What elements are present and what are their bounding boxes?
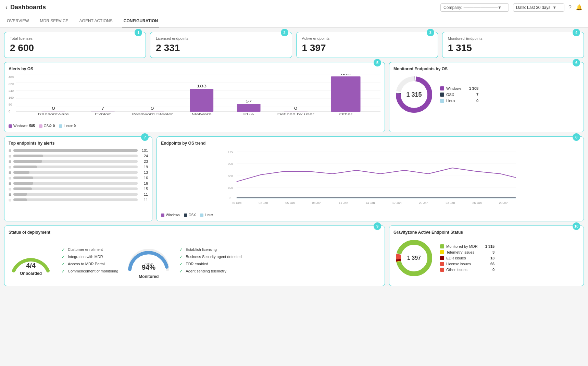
date-dropdown-icon[interactable]: ▼ — [552, 5, 556, 10]
alerts-by-os-title: Alerts by OS — [9, 66, 380, 71]
svg-rect-15 — [190, 89, 213, 112]
gz-legend-monitored: Monitored by MDR 1 315 — [440, 244, 495, 248]
chart-badge-9: 9 — [374, 222, 381, 230]
windows-icon: ⊞ — [9, 171, 11, 174]
chart-badge-8: 8 — [573, 133, 580, 141]
company-selector[interactable]: Company: ────────────── ▼ — [440, 3, 509, 12]
svg-text:0: 0 — [230, 196, 232, 200]
back-arrow-icon[interactable]: ‹ — [5, 4, 8, 11]
svg-text:183: 183 — [197, 84, 207, 88]
chart-badge-7: 7 — [141, 133, 149, 141]
monitored-gauge-svg: Active 94% — [126, 240, 171, 274]
metric-badge-2: 2 — [281, 29, 288, 36]
svg-text:08 Jan: 08 Jan — [312, 201, 322, 205]
chart-badge-5: 5 — [374, 59, 381, 66]
svg-text:1.2k: 1.2k — [228, 150, 234, 154]
bottom-row: 9 Status of deployment 4/4 Onboarded — [4, 225, 584, 286]
gz-legend-edr-issues: EDR issues 13 — [440, 256, 495, 260]
chart-badge-10: 10 — [573, 222, 580, 230]
alerts-by-os-card: 5 Alerts by OS 400320240160800 — [4, 62, 385, 132]
svg-text:17 Jan: 17 Jan — [392, 201, 402, 205]
legend-windows: Windows: 585 — [9, 124, 35, 128]
trend-legend: Windows OSX Linux — [161, 213, 579, 217]
alerts-legend: Windows: 585 OSX: 0 Linux: 0 — [9, 124, 380, 128]
svg-text:4/4: 4/4 — [26, 262, 36, 269]
gz-center-value: 1 397 — [407, 255, 421, 261]
list-item: ⊞ 11 — [9, 192, 148, 196]
list-item: ⊞ 11 — [9, 198, 148, 202]
list-item: ⊞ 101 — [9, 148, 148, 152]
metric-badge-3: 3 — [427, 29, 434, 36]
svg-text:0: 0 — [52, 107, 55, 110]
header-right: Company: ────────────── ▼ Date: Last 30 … — [440, 3, 583, 12]
svg-text:7: 7 — [101, 107, 104, 110]
gz-legend-telemetry: Telemetry issues 3 — [440, 250, 495, 254]
svg-text:30 Dec: 30 Dec — [232, 201, 242, 205]
windows-icon: ⊞ — [9, 198, 11, 202]
svg-text:338: 338 — [341, 74, 351, 76]
middle-row: 7 Top endpoints by alerts ⊞ 101 ⊞ 24 ⊞ 2… — [4, 136, 584, 221]
nav-tabs: OVERVIEW MDR SERVICE AGENT ACTIONS CONFI… — [0, 15, 588, 28]
list-item: ⊞ 15 — [9, 187, 148, 191]
list-item: ⊞ 24 — [9, 154, 148, 158]
svg-text:PUA: PUA — [243, 112, 254, 115]
top-endpoints-title: Top endpoints by alerts — [9, 141, 148, 146]
svg-text:94%: 94% — [142, 264, 155, 271]
svg-text:02 Jan: 02 Jan — [259, 201, 268, 205]
left-checklist: ✓ Customer enrollment ✓ Integration with… — [61, 247, 118, 274]
svg-text:14 Jan: 14 Jan — [366, 201, 375, 205]
bell-icon[interactable]: 🔔 — [576, 4, 583, 11]
trend-chart-svg: 1.2k 900 600 300 0 — [161, 148, 579, 210]
tab-configuration[interactable]: CONFIGURATION — [122, 15, 159, 27]
check-licensing: ✓ Establish licensing — [179, 247, 241, 252]
check-customer-enrollment: ✓ Customer enrollment — [61, 247, 118, 252]
metric-value-3: 1 397 — [302, 42, 432, 53]
endpoints-trend-card: 8 Endpoints by OS trend 1.2k 900 600 300… — [157, 136, 584, 221]
metric-card-licensed: 2 Licensed endpoints 2 331 — [150, 32, 292, 58]
windows-icon: ⊞ — [9, 182, 11, 185]
svg-text:26 Jan: 26 Jan — [473, 201, 482, 205]
tab-mdr-service[interactable]: MDR SERVICE — [38, 15, 70, 27]
svg-rect-18 — [237, 104, 261, 112]
date-selector[interactable]: Date: Last 30 days ▼ — [513, 3, 564, 12]
metric-title-4: Monitored Endpoints — [448, 36, 578, 40]
right-checklist: ✓ Establish licensing ✓ Business Securit… — [179, 247, 241, 274]
svg-text:600: 600 — [228, 174, 233, 178]
gz-legend: Monitored by MDR 1 315 Telemetry issues … — [440, 244, 495, 272]
monitored-label: Monitored — [126, 274, 171, 279]
onboarded-gauge: 4/4 Onboarded — [9, 243, 53, 276]
company-value: ────────────── — [464, 5, 498, 9]
gz-legend-license-issues: License issues 66 — [440, 262, 495, 266]
deployment-card: 9 Status of deployment 4/4 Onboarded — [4, 225, 385, 286]
donut-legend-windows: Windows 1 308 — [440, 86, 478, 90]
metric-title-3: Active endpoints — [302, 36, 432, 40]
list-item: ⊞ 16 — [9, 181, 148, 185]
windows-icon: ⊞ — [9, 193, 11, 196]
header-left: ‹ Dashboards — [5, 4, 46, 11]
windows-icon: ⊞ — [9, 187, 11, 191]
svg-text:0: 0 — [151, 107, 154, 110]
svg-text:Ransomware: Ransomware — [38, 112, 69, 115]
svg-text:300: 300 — [228, 186, 233, 190]
top-endpoints-card: 7 Top endpoints by alerts ⊞ 101 ⊞ 24 ⊞ 2… — [4, 136, 152, 221]
svg-text:20 Jan: 20 Jan — [419, 201, 428, 205]
help-icon[interactable]: ? — [568, 4, 572, 11]
metric-value-1: 2 600 — [10, 42, 140, 53]
metric-card-active: 3 Active endpoints 1 397 — [296, 32, 438, 58]
legend-osx: OSX: 0 — [39, 124, 55, 128]
tab-agent-actions[interactable]: AGENT ACTIONS — [78, 15, 114, 27]
donut-legend-osx: OSX 7 — [440, 93, 478, 97]
donut-legend-linux: Linux 0 — [440, 99, 478, 103]
list-item: ⊞ 23 — [9, 159, 148, 163]
page-title: Dashboards — [10, 4, 46, 11]
donut-section: 1 315 Windows 1 308 OSX 7 Li — [393, 74, 579, 115]
company-dropdown-icon[interactable]: ▼ — [498, 5, 506, 10]
windows-icon: ⊞ — [9, 176, 11, 180]
metric-badge-1: 1 — [135, 29, 142, 36]
check-mdr-portal: ✓ Access to MDR Portal — [61, 261, 118, 267]
tab-overview[interactable]: OVERVIEW — [5, 15, 30, 27]
windows-icon: ⊞ — [9, 154, 11, 158]
svg-text:29 Jan: 29 Jan — [499, 201, 509, 205]
check-telemetry: ✓ Agent sending telemetry — [179, 269, 241, 274]
donut-center-value: 1 315 — [406, 91, 422, 98]
